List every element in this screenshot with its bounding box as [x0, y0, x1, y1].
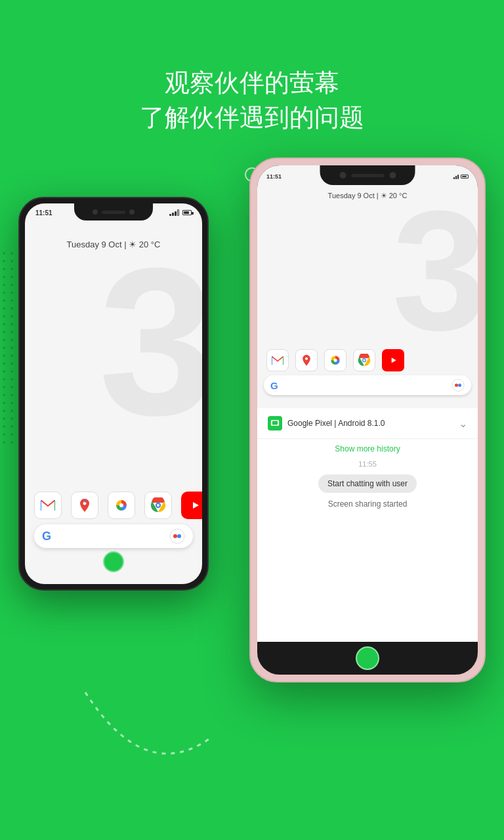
gmail-icon-right[interactable] — [266, 349, 289, 371]
youtube-icon-left[interactable] — [181, 492, 202, 519]
chrome-icon-right[interactable] — [353, 349, 375, 371]
phone-left-app-dock: G — [34, 492, 193, 548]
photos-icon-right[interactable] — [324, 349, 346, 371]
phone-left: 11:51 Tuesday 9 Oct | ☀ 20 °C 3 — [18, 197, 209, 591]
svg-point-19 — [363, 359, 365, 361]
signal-icon-left — [169, 209, 179, 216]
phone-right-bottom-bar — [257, 642, 478, 675]
show-history-link[interactable]: Show more history — [268, 444, 467, 453]
header-line1: 观察伙伴的萤幕 — [0, 66, 504, 100]
photos-icon-left[interactable] — [108, 492, 135, 519]
chat-body: Show more history 11:55 Start chatting w… — [257, 439, 478, 642]
phone-left-notch — [74, 203, 153, 220]
phone-left-app-row2: G — [34, 524, 193, 548]
gmail-icon-left[interactable] — [34, 492, 62, 519]
chat-panel-device-icon — [268, 416, 282, 430]
svg-point-12 — [177, 534, 181, 538]
chat-bubble-start: Start chatting with user — [318, 474, 417, 493]
phone-right-inner-status-icons — [453, 174, 469, 179]
camera-left — [93, 209, 98, 215]
battery-icon-left — [182, 210, 192, 215]
phone-left-status-icons — [169, 209, 192, 216]
camera-right2 — [389, 172, 396, 178]
chat-system-message: Screen sharing started — [268, 499, 467, 509]
phone-right-inner-time: 11:51 — [266, 173, 282, 180]
chat-panel: Google Pixel | Android 8.1.0 ⌄ Show more… — [257, 408, 478, 675]
phone-right-home-btn[interactable] — [356, 646, 379, 670]
maps-icon-left[interactable] — [71, 492, 98, 519]
speaker-right — [351, 174, 384, 177]
battery-icon-right-inner — [461, 175, 469, 178]
phone-left-app-row1 — [34, 492, 193, 519]
google-icon-left[interactable]: G — [42, 530, 51, 543]
chat-panel-chevron-icon[interactable]: ⌄ — [459, 417, 467, 430]
header-text: 观察伙伴的萤幕 了解伙伴遇到的问题 — [0, 66, 504, 135]
chrome-icon-left[interactable] — [144, 492, 172, 519]
camera-left2 — [129, 209, 135, 215]
phone-left-big-three: 3 — [98, 236, 202, 446]
chat-timestamp: 11:55 — [268, 460, 467, 468]
phone-left-screen: 11:51 Tuesday 9 Oct | ☀ 20 °C 3 — [25, 203, 202, 584]
phone-left-shell: 11:51 Tuesday 9 Oct | ☀ 20 °C 3 — [18, 197, 209, 591]
svg-point-16 — [334, 359, 337, 362]
phone-right: 11:51 Tuesday 9 Oct | ☀ 20 °C — [249, 158, 486, 682]
chat-panel-device-label: Google Pixel | Android 8.1.0 — [287, 419, 453, 428]
svg-point-22 — [455, 384, 458, 387]
svg-marker-20 — [392, 358, 396, 363]
phone-right-shell: 11:51 Tuesday 9 Oct | ☀ 20 °C — [249, 158, 486, 682]
signal-icon-right-inner — [453, 174, 459, 179]
dotted-arc — [66, 686, 230, 778]
phone-right-inner-big-three: 3 — [392, 185, 478, 356]
speaker-left — [102, 211, 125, 214]
phone-left-time: 11:51 — [35, 209, 52, 217]
chat-panel-header: Google Pixel | Android 8.1.0 ⌄ — [257, 408, 478, 439]
camera-right — [339, 172, 346, 178]
maps-icon-right[interactable] — [295, 349, 318, 371]
svg-point-11 — [173, 534, 177, 538]
phone-left-home-btn[interactable] — [103, 551, 124, 572]
google-g-right: G — [270, 380, 278, 391]
assistant-icon-left[interactable] — [169, 528, 185, 544]
phone-right-inner-app-row1 — [264, 349, 471, 371]
youtube-icon-right[interactable] — [382, 349, 404, 371]
phone-right-inner-search-bar[interactable]: G — [264, 375, 471, 395]
phone-right-notch — [320, 165, 415, 185]
svg-point-23 — [458, 384, 461, 387]
phone-right-inner-screen: 11:51 Tuesday 9 Oct | ☀ 20 °C — [257, 165, 478, 415]
svg-rect-25 — [272, 421, 278, 425]
assistant-icon-right[interactable] — [452, 379, 465, 392]
phone-right-screen: 11:51 Tuesday 9 Oct | ☀ 20 °C — [257, 165, 478, 675]
svg-point-7 — [157, 504, 159, 507]
phone-right-inner-app-icons: G — [264, 349, 471, 395]
header-line2: 了解伙伴遇到的问题 — [0, 100, 504, 135]
svg-point-3 — [119, 503, 123, 507]
